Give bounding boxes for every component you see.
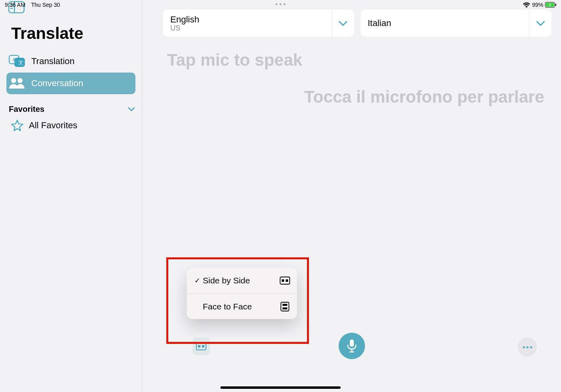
sidebar-item-label: Conversation <box>31 78 83 89</box>
svg-rect-21 <box>280 277 290 284</box>
target-language-picker[interactable]: Italian <box>361 10 552 37</box>
svg-point-13 <box>18 79 22 83</box>
microphone-icon <box>346 339 357 353</box>
svg-rect-17 <box>202 345 204 348</box>
wifi-icon <box>523 2 530 8</box>
svg-rect-2 <box>555 4 556 6</box>
svg-rect-25 <box>283 304 287 306</box>
conversation-icon <box>8 77 26 90</box>
source-language-name: English <box>170 14 332 25</box>
star-icon <box>11 119 23 131</box>
svg-rect-26 <box>283 307 287 309</box>
view-mode-button[interactable] <box>192 337 210 355</box>
favorites-header[interactable]: Favorites <box>0 105 142 114</box>
chevron-down-icon <box>127 105 135 114</box>
svg-rect-16 <box>198 345 200 348</box>
chevron-down-icon <box>332 10 354 37</box>
status-date: Thu Sep 30 <box>31 2 60 8</box>
favorites-header-label: Favorites <box>9 105 44 114</box>
target-language-name: Italian <box>368 18 529 28</box>
sidebar-item-conversation[interactable]: Conversation <box>6 73 135 94</box>
source-language-sub: US <box>170 24 332 32</box>
svg-text:文: 文 <box>18 60 23 65</box>
popup-item-face-to-face[interactable]: Face to Face <box>187 293 297 319</box>
svg-rect-24 <box>281 302 289 311</box>
multitask-dots-icon[interactable] <box>276 3 286 5</box>
chevron-down-icon <box>529 10 551 37</box>
all-favorites-label: All Favorites <box>29 120 77 131</box>
app-title: Translate <box>11 24 142 43</box>
svg-rect-22 <box>282 279 284 282</box>
side-by-side-icon <box>279 277 291 285</box>
translation-icon: A 文 <box>8 54 26 69</box>
sidebar: Translate A 文 Translation Conversation F… <box>0 0 142 392</box>
ellipsis-icon <box>523 346 525 348</box>
main-area: English US Italian Tap mic to speak Tocc… <box>142 0 561 392</box>
battery-percent: 99% <box>532 2 543 8</box>
svg-rect-18 <box>350 339 354 347</box>
popup-item-side-by-side[interactable]: ✓ Side by Side <box>187 268 297 293</box>
svg-marker-14 <box>12 120 23 131</box>
status-time: 9:36 AM <box>5 2 25 8</box>
svg-point-12 <box>12 79 16 83</box>
svg-rect-15 <box>196 343 206 350</box>
checkmark-icon: ✓ <box>193 276 201 285</box>
sidebar-item-translation[interactable]: A 文 Translation <box>6 50 135 73</box>
microphone-button[interactable] <box>339 333 365 359</box>
sidebar-item-label: Translation <box>31 56 75 67</box>
home-indicator[interactable] <box>220 386 341 389</box>
svg-rect-23 <box>286 279 288 282</box>
source-prompt-text: Tap mic to speak <box>167 51 549 70</box>
popup-item-label: Side by Side <box>201 276 279 285</box>
popup-item-label: Face to Face <box>201 302 279 311</box>
side-by-side-icon <box>196 342 206 350</box>
battery-indicator: 99% <box>530 2 556 8</box>
more-options-button[interactable] <box>518 337 537 357</box>
view-mode-popup: ✓ Side by Side Face to Face <box>187 268 297 319</box>
sidebar-item-all-favorites[interactable]: All Favorites <box>0 114 142 131</box>
target-prompt-text: Tocca il microfono per parlare <box>167 87 549 107</box>
svg-text:A: A <box>12 57 16 63</box>
face-to-face-icon <box>279 302 291 311</box>
source-language-picker[interactable]: English US <box>163 10 354 37</box>
